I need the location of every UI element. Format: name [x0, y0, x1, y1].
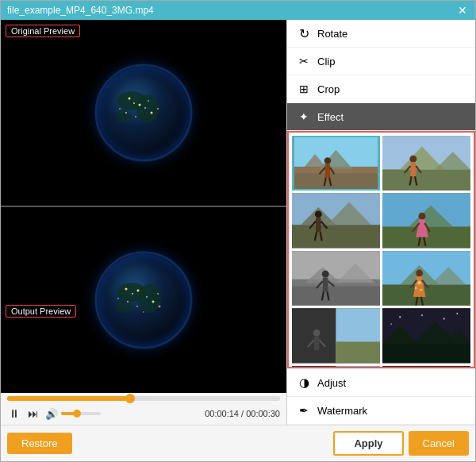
menu-item-crop[interactable]: ⊞ Crop [287, 75, 475, 103]
svg-rect-110 [382, 344, 470, 363]
earth-output [88, 244, 199, 356]
effect-thumb-1[interactable] [292, 136, 380, 191]
sub-menu: ◑ Adjust ✒ Watermark [287, 368, 475, 425]
effect-thumb-8[interactable] [382, 308, 470, 363]
controls-bar: ⏸ ⏭ 🔊 00:00:14 / 00:00:30 [1, 393, 286, 425]
svg-rect-102 [336, 342, 381, 364]
controls-left: ⏸ ⏭ 🔊 [7, 406, 101, 422]
rotate-icon: ↻ [297, 26, 311, 40]
cancel-button[interactable]: Cancel [409, 431, 469, 456]
main-content: Original Preview [1, 20, 475, 425]
left-panel: Original Preview [1, 20, 286, 425]
progress-fill [7, 396, 130, 401]
volume-container: 🔊 [45, 408, 101, 420]
menu-label-clip: Clip [317, 56, 335, 67]
svg-point-33 [98, 254, 190, 346]
volume-thumb [73, 410, 81, 418]
watermark-icon: ✒ [297, 403, 311, 418]
time-display: 00:00:14 / 00:00:30 [205, 409, 280, 418]
svg-rect-57 [292, 225, 380, 248]
menu-item-effect[interactable]: ✦ Effect [287, 103, 475, 131]
controls-row: ⏸ ⏭ 🔊 00:00:14 / 00:00:30 [7, 406, 280, 422]
total-time: 00:00:30 [246, 409, 280, 418]
effect-thumb-7[interactable] [292, 308, 380, 363]
effect-icon: ✦ [297, 110, 311, 124]
svg-point-117 [456, 313, 458, 314]
svg-point-69 [419, 213, 426, 220]
svg-point-103 [313, 329, 321, 337]
bottom-bar: Restore Apply Cancel [1, 425, 475, 461]
bottom-right-buttons: Apply Cancel [333, 431, 469, 456]
effect-thumb-2[interactable] [382, 136, 470, 191]
svg-rect-51 [411, 163, 416, 177]
apply-button[interactable]: Apply [333, 431, 403, 456]
svg-point-118 [390, 323, 392, 325]
effect-thumb-6[interactable] [382, 251, 470, 306]
volume-icon: 🔊 [45, 408, 58, 420]
restore-button[interactable]: Restore [7, 433, 72, 454]
svg-point-40 [324, 157, 331, 164]
crop-icon: ⊞ [297, 82, 311, 96]
svg-point-15 [98, 67, 190, 159]
svg-rect-88 [382, 284, 470, 306]
original-preview-area: Original Preview [1, 20, 286, 207]
svg-rect-41 [325, 164, 330, 178]
progress-bar-container[interactable] [7, 396, 280, 401]
svg-point-93 [417, 281, 420, 284]
effect-thumb-4[interactable] [382, 193, 470, 248]
earth-original [88, 57, 199, 168]
output-preview-area: Output Preview [1, 207, 286, 393]
original-preview-label: Original Preview [6, 25, 80, 37]
close-button[interactable]: ✕ [456, 5, 469, 16]
main-window: file_example_MP4_640_3MG.mp4 ✕ Original … [0, 0, 476, 462]
menu-label-adjust: Adjust [317, 377, 346, 389]
clip-icon: ✂ [297, 54, 311, 68]
adjust-icon: ◑ [297, 375, 311, 390]
menu-items: ↻ Rotate ✂ Clip ⊞ Crop ✦ Effect [287, 20, 475, 131]
svg-point-115 [421, 314, 423, 316]
menu-label-rotate: Rotate [317, 28, 347, 40]
menu-label-crop: Crop [317, 83, 340, 95]
menu-label-watermark: Watermark [317, 405, 367, 417]
effect-grid-container[interactable] [287, 131, 475, 368]
effect-thumb-5[interactable] [292, 251, 380, 306]
step-forward-button[interactable]: ⏭ [26, 406, 40, 422]
right-panel: ↻ Rotate ✂ Clip ⊞ Crop ✦ Effect [286, 20, 475, 425]
svg-point-60 [315, 211, 322, 218]
menu-label-effect: Effect [317, 111, 344, 123]
window-title: file_example_MP4_640_3MG.mp4 [7, 5, 154, 16]
volume-bar[interactable] [61, 412, 101, 415]
menu-item-adjust[interactable]: ◑ Adjust [287, 369, 475, 397]
menu-item-rotate[interactable]: ↻ Rotate [287, 20, 475, 48]
effect-grid [292, 136, 470, 368]
svg-point-81 [322, 270, 329, 277]
time-separator: / [239, 409, 246, 418]
menu-item-watermark[interactable]: ✒ Watermark [287, 397, 475, 425]
svg-point-116 [443, 318, 445, 320]
output-preview-label: Output Preview [6, 305, 76, 318]
menu-item-clip[interactable]: ✂ Clip [287, 48, 475, 75]
current-time: 00:00:14 [205, 409, 239, 418]
svg-rect-61 [316, 218, 321, 233]
svg-point-114 [399, 316, 401, 318]
svg-rect-82 [323, 277, 328, 291]
svg-rect-104 [314, 337, 320, 351]
svg-rect-47 [382, 169, 470, 191]
play-pause-button[interactable]: ⏸ [7, 406, 21, 422]
svg-point-50 [409, 156, 416, 163]
effect-thumb-3[interactable] [292, 193, 380, 248]
svg-point-94 [415, 287, 417, 289]
titlebar: file_example_MP4_640_3MG.mp4 ✕ [1, 1, 475, 20]
progress-thumb [125, 394, 135, 403]
svg-point-91 [416, 269, 423, 276]
svg-point-95 [420, 288, 422, 291]
